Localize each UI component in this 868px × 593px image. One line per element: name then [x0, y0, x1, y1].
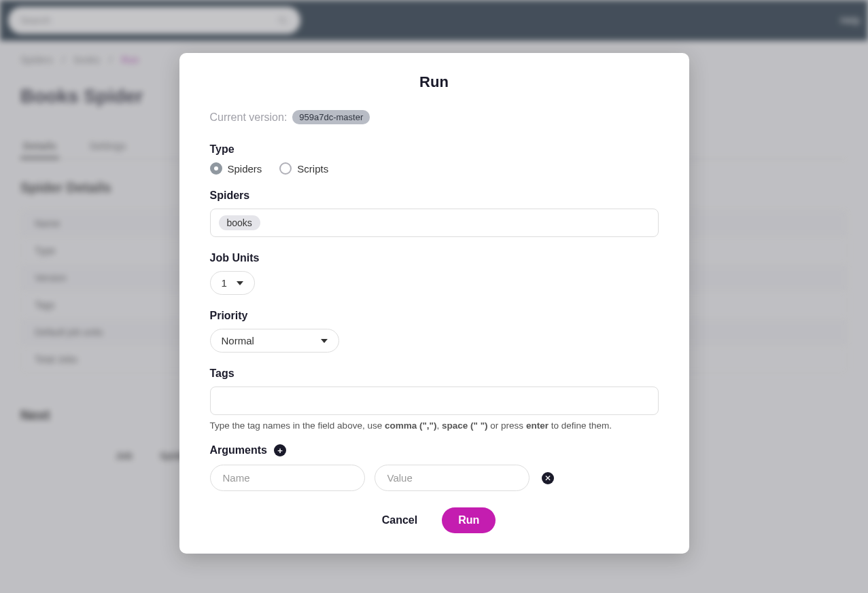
job-units-label: Job Units — [210, 252, 659, 264]
cancel-button[interactable]: Cancel — [372, 507, 427, 533]
run-button[interactable]: Run — [442, 507, 496, 533]
chevron-down-icon — [237, 281, 243, 285]
type-radio-group: Spiders Scripts — [210, 162, 659, 175]
run-modal: Run Current version: 959a7dc-master Type… — [179, 53, 689, 554]
spider-chip[interactable]: books — [219, 215, 260, 230]
modal-title: Run — [210, 73, 659, 91]
tags-label: Tags — [210, 367, 659, 380]
remove-argument-icon[interactable]: ✕ — [542, 472, 554, 484]
radio-spiders[interactable]: Spiders — [210, 162, 262, 175]
spiders-label: Spiders — [210, 190, 659, 202]
type-label: Type — [210, 143, 659, 156]
argument-name-input[interactable] — [210, 465, 365, 491]
radio-dot-icon — [279, 162, 292, 175]
argument-row: ✕ — [210, 465, 659, 491]
modal-overlay[interactable]: Run Current version: 959a7dc-master Type… — [0, 0, 868, 593]
priority-value: Normal — [222, 335, 254, 346]
tags-input[interactable] — [210, 387, 659, 415]
radio-scripts[interactable]: Scripts — [279, 162, 328, 175]
radio-label: Spiders — [228, 163, 262, 175]
radio-label: Scripts — [297, 163, 328, 175]
current-version: Current version: 959a7dc-master — [210, 110, 659, 124]
priority-label: Priority — [210, 310, 659, 322]
version-label: Current version: — [210, 111, 288, 124]
argument-value-input[interactable] — [375, 465, 530, 491]
arguments-label: Arguments — [210, 444, 267, 456]
job-units-select[interactable]: 1 — [210, 271, 255, 295]
job-units-value: 1 — [222, 277, 227, 289]
add-argument-icon[interactable]: + — [274, 444, 286, 456]
version-chip: 959a7dc-master — [292, 110, 370, 124]
modal-actions: Cancel Run — [210, 507, 659, 533]
chevron-down-icon — [321, 339, 328, 343]
arguments-header: Arguments + — [210, 444, 659, 456]
priority-select[interactable]: Normal — [210, 329, 339, 353]
spiders-input[interactable]: books — [210, 209, 659, 237]
tags-hint: Type the tag names in the field above, u… — [210, 420, 659, 431]
radio-dot-selected-icon — [210, 162, 222, 175]
